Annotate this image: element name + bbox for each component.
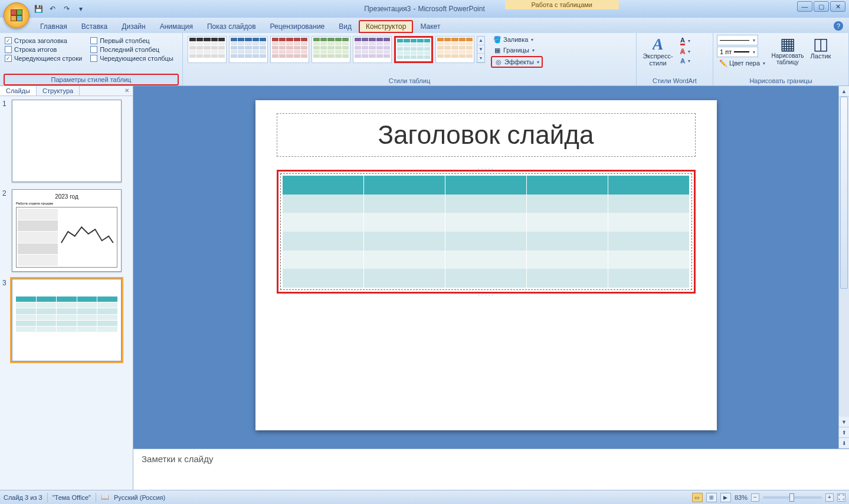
- title-placeholder[interactable]: Заголовок слайда: [277, 113, 696, 157]
- gallery-down-icon[interactable]: ▼: [477, 45, 484, 54]
- zoom-level[interactable]: 83%: [735, 494, 748, 501]
- group-draw-borders: ▾ 1 пт▾ ✏️Цвет пера▾ ▦Нарисовать таблицу…: [713, 33, 849, 85]
- tab-review[interactable]: Рецензирование: [263, 20, 332, 33]
- gallery-more-icon[interactable]: ▾: [477, 54, 484, 62]
- zoom-slider[interactable]: [763, 496, 822, 499]
- panel-tab-slides[interactable]: Слайды: [0, 86, 37, 95]
- tab-animation[interactable]: Анимация: [153, 20, 200, 33]
- table-style-2[interactable]: [229, 36, 268, 63]
- eraser-icon: ◫: [813, 36, 828, 52]
- panel-tab-outline[interactable]: Структура: [37, 86, 80, 95]
- notes-pane[interactable]: Заметки к слайду: [133, 449, 849, 490]
- maximize-button[interactable]: ▢: [814, 1, 829, 12]
- chevron-down-icon: ▾: [753, 38, 755, 43]
- chart-icon: [16, 207, 117, 268]
- selection-handle-bottom[interactable]: : : : : :: [478, 292, 494, 296]
- effects-icon: ◎: [494, 58, 503, 66]
- text-fill-button[interactable]: A▾: [678, 36, 693, 46]
- table-style-3[interactable]: [270, 36, 309, 63]
- table-style-1[interactable]: [188, 36, 227, 63]
- selection-handle-top[interactable]: : : : : :: [478, 167, 494, 172]
- panel-tabs: Слайды Структура ✕: [0, 86, 133, 96]
- fill-button[interactable]: 🪣Заливка▾: [491, 35, 536, 44]
- check-last-column[interactable]: Последний столбец: [90, 46, 173, 53]
- table-style-5[interactable]: [353, 36, 392, 63]
- tab-insert[interactable]: Вставка: [74, 20, 115, 33]
- save-icon[interactable]: 💾: [33, 4, 44, 14]
- zoom-knob[interactable]: [789, 493, 794, 502]
- window-title: Презентация3 - Microsoft PowerPoint: [364, 5, 485, 13]
- next-slide-icon[interactable]: ⬇: [839, 438, 849, 449]
- text-effects-button[interactable]: A▾: [678, 57, 693, 65]
- minimize-button[interactable]: —: [797, 1, 812, 12]
- slide-thumbnails: 1 2 2023 год Работа отдела продаж: [0, 96, 133, 490]
- borders-button[interactable]: ▦Границы▾: [491, 45, 537, 55]
- document-name: Презентация3: [364, 5, 411, 13]
- panel-close-icon[interactable]: ✕: [121, 86, 133, 95]
- zoom-out-button[interactable]: −: [751, 493, 759, 502]
- chevron-down-icon: ▾: [763, 61, 765, 66]
- table-style-4[interactable]: [312, 36, 350, 63]
- sorter-view-icon[interactable]: ⊞: [706, 493, 717, 502]
- check-total-row[interactable]: Строка итогов: [5, 46, 82, 53]
- draw-table-button[interactable]: ▦Нарисовать таблицу: [770, 35, 805, 67]
- slideshow-view-icon[interactable]: ▶: [720, 493, 731, 502]
- qat-dropdown-icon[interactable]: ▾: [76, 4, 86, 14]
- slide[interactable]: Заголовок слайда : : : : : : : : : :: [255, 100, 717, 430]
- vertical-scrollbar[interactable]: ▲ ▼ ⬆ ⬇: [838, 86, 849, 449]
- tab-layout[interactable]: Макет: [413, 20, 447, 33]
- slide-table[interactable]: [280, 173, 692, 290]
- eraser-button[interactable]: ◫Ластик: [808, 35, 834, 61]
- check-first-column[interactable]: Первый столбец: [90, 37, 173, 44]
- scroll-thumb[interactable]: [840, 97, 848, 289]
- tab-design[interactable]: Дизайн: [114, 20, 152, 33]
- redo-icon[interactable]: ↷: [61, 4, 72, 14]
- close-button[interactable]: ✕: [830, 1, 845, 12]
- express-styles-button[interactable]: A Экспресс-стили: [640, 35, 676, 68]
- chevron-down-icon: ▾: [688, 49, 690, 54]
- borders-icon: ▦: [493, 46, 501, 54]
- pen-weight-selector[interactable]: 1 пт▾: [717, 47, 758, 57]
- effects-button[interactable]: ◎Эффекты▾: [491, 56, 543, 68]
- normal-view-icon[interactable]: ▭: [692, 493, 703, 502]
- status-language[interactable]: Русский (Россия): [114, 494, 165, 501]
- thumbnail-1[interactable]: 1: [2, 100, 130, 182]
- chevron-down-icon: ▾: [537, 60, 539, 65]
- group-label-styles: Стили таблиц: [186, 76, 632, 85]
- table-selection[interactable]: : : : : : : : : : :: [277, 170, 696, 294]
- tab-constructor[interactable]: Конструктор: [359, 20, 413, 33]
- scroll-down-icon[interactable]: ▼: [839, 417, 849, 427]
- pen-style-selector[interactable]: ▾: [717, 35, 758, 45]
- status-spellcheck-icon[interactable]: 📖: [101, 493, 109, 501]
- pen-color-button[interactable]: ✏️Цвет пера▾: [717, 58, 768, 68]
- app-name: Microsoft PowerPoint: [418, 5, 484, 13]
- tab-view[interactable]: Вид: [332, 20, 359, 33]
- slides-panel: Слайды Структура ✕ 1 2 2023 год Работа о…: [0, 86, 133, 490]
- table-style-7[interactable]: [435, 36, 474, 63]
- tab-slideshow[interactable]: Показ слайдов: [200, 20, 263, 33]
- paint-bucket-icon: 🪣: [493, 35, 501, 44]
- undo-icon[interactable]: ↶: [47, 4, 58, 14]
- slide-canvas-area[interactable]: Заголовок слайда : : : : : : : : : :: [133, 86, 838, 449]
- check-banded-columns[interactable]: Чередующиеся столбцы: [90, 55, 173, 62]
- editor-area: Заголовок слайда : : : : : : : : : :: [133, 86, 849, 490]
- thumbnail-2[interactable]: 2 2023 год Работа отдела продаж: [2, 189, 130, 272]
- chevron-down-icon: ▾: [688, 58, 690, 64]
- gallery-up-icon[interactable]: ▲: [477, 37, 484, 45]
- tab-home[interactable]: Главная: [33, 20, 74, 33]
- fit-window-icon[interactable]: ⛶: [837, 493, 845, 502]
- thumbnail-3[interactable]: 3: [2, 279, 130, 361]
- office-button[interactable]: [4, 2, 29, 28]
- check-header-row[interactable]: ✓Строка заголовка: [5, 37, 82, 44]
- group-label-wordart: Стили WordArt: [640, 76, 709, 85]
- text-outline-button[interactable]: A▾: [678, 47, 693, 55]
- table-style-6-selected[interactable]: [394, 36, 433, 63]
- quick-access-toolbar: 💾 ↶ ↷ ▾: [33, 4, 86, 14]
- help-icon[interactable]: ?: [834, 21, 843, 31]
- check-banded-rows[interactable]: ✓Чередующиеся строки: [5, 55, 82, 62]
- zoom-in-button[interactable]: +: [825, 493, 834, 502]
- scroll-up-icon[interactable]: ▲: [839, 86, 849, 97]
- prev-slide-icon[interactable]: ⬆: [839, 427, 849, 438]
- workspace: Слайды Структура ✕ 1 2 2023 год Работа о…: [0, 86, 849, 490]
- wordart-icon: A: [653, 36, 664, 52]
